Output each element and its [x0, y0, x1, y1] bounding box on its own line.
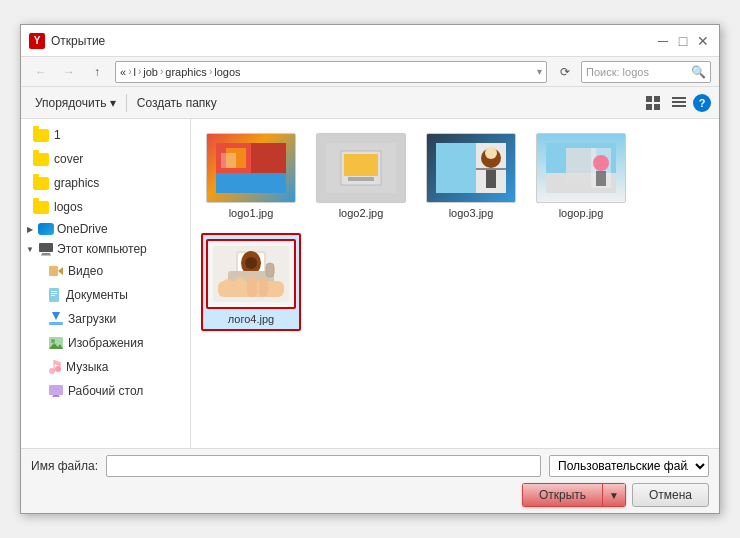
- new-folder-button[interactable]: Создать папку: [131, 94, 223, 112]
- footer-buttons: Открыть ▼ Отмена: [31, 483, 709, 507]
- forward-button[interactable]: →: [57, 60, 81, 84]
- svg-rect-36: [348, 177, 374, 181]
- svg-marker-17: [52, 312, 60, 320]
- sidebar-item-logos[interactable]: logos: [21, 195, 190, 219]
- minimize-button[interactable]: ─: [655, 33, 671, 49]
- organize-button[interactable]: Упорядочить ▾: [29, 94, 122, 112]
- sidebar-item-music[interactable]: Музыка: [21, 355, 190, 379]
- sidebar-item-downloads[interactable]: Загрузки: [21, 307, 190, 331]
- help-button[interactable]: ?: [693, 94, 711, 112]
- content-area: 1 cover graphics logos ▶ OneDrive: [21, 119, 719, 448]
- sidebar-downloads-label: Загрузки: [68, 312, 116, 326]
- svg-rect-3: [654, 104, 660, 110]
- file-name: logop.jpg: [559, 207, 604, 219]
- file-item-logo4[interactable]: лого4.jpg: [201, 233, 301, 331]
- file-name: logo3.jpg: [449, 207, 494, 219]
- video-icon: [49, 265, 63, 277]
- sidebar-images-label: Изображения: [68, 336, 143, 350]
- downloads-icon: [49, 312, 63, 326]
- up-button[interactable]: ↑: [85, 60, 109, 84]
- logo3-thumbnail: [436, 143, 506, 193]
- sidebar-docs-label: Документы: [66, 288, 128, 302]
- logo1-thumbnail: [216, 143, 286, 193]
- window-controls: ─ □ ✕: [655, 33, 711, 49]
- sidebar-label: 1: [54, 128, 61, 142]
- sidebar: 1 cover graphics logos ▶ OneDrive: [21, 119, 191, 448]
- view-mode-button[interactable]: [641, 91, 665, 115]
- breadcrumb-dropdown-icon[interactable]: ▾: [537, 66, 542, 77]
- refresh-button[interactable]: ⟳: [553, 60, 577, 84]
- search-box[interactable]: Поиск: logos 🔍: [581, 61, 711, 83]
- svg-rect-10: [49, 266, 58, 276]
- maximize-button[interactable]: □: [675, 33, 691, 49]
- breadcrumb[interactable]: « › l › job › graphics › logos ▾: [115, 61, 547, 83]
- window-title: Открытие: [51, 34, 655, 48]
- chevron-right-icon: ▶: [25, 225, 35, 234]
- svg-point-40: [485, 147, 497, 159]
- back-button[interactable]: ←: [29, 60, 53, 84]
- sidebar-thispc-group[interactable]: ▼ Этот компьютер: [21, 239, 190, 259]
- folder-icon: [33, 153, 49, 166]
- svg-rect-60: [247, 276, 257, 297]
- svg-point-54: [245, 257, 257, 269]
- open-button[interactable]: Открыть: [522, 483, 602, 507]
- svg-rect-32: [221, 153, 236, 168]
- filename-input[interactable]: [106, 455, 541, 477]
- svg-rect-9: [41, 255, 51, 256]
- sidebar-onedrive-group[interactable]: ▶ OneDrive: [21, 219, 190, 239]
- sidebar-item-graphics[interactable]: graphics: [21, 171, 190, 195]
- sidebar-item-desktop[interactable]: Рабочий стол: [21, 379, 190, 403]
- sidebar-item-video[interactable]: Видео: [21, 259, 190, 283]
- cancel-button[interactable]: Отмена: [632, 483, 709, 507]
- view-list-icon: [672, 96, 686, 110]
- breadcrumb-l: l: [133, 66, 135, 78]
- sidebar-item-images[interactable]: Изображения: [21, 331, 190, 355]
- svg-rect-35: [344, 154, 378, 176]
- sidebar-item-1[interactable]: 1: [21, 123, 190, 147]
- svg-rect-14: [51, 293, 57, 294]
- file-item-logo3[interactable]: logo3.jpg: [421, 129, 521, 223]
- open-dropdown-button[interactable]: ▼: [602, 483, 626, 507]
- filetype-dropdown[interactable]: Пользовательские файлы Все файлы Изображ…: [549, 455, 709, 477]
- sidebar-item-documents[interactable]: Документы: [21, 283, 190, 307]
- folder-icon: [33, 177, 49, 190]
- svg-rect-6: [672, 105, 686, 107]
- svg-rect-25: [49, 385, 63, 395]
- logo4-thumbnail: [208, 241, 294, 307]
- svg-rect-4: [672, 97, 686, 99]
- search-icon[interactable]: 🔍: [691, 65, 706, 79]
- svg-rect-30: [216, 173, 286, 193]
- main-panel: logo1.jpg logo2.jpg: [191, 119, 719, 448]
- svg-rect-27: [52, 397, 60, 398]
- search-placeholder: Поиск: logos: [586, 66, 691, 78]
- chevron-down-icon: ▼: [25, 245, 35, 254]
- onedrive-icon: [38, 223, 54, 235]
- sidebar-thispc-label: Этот компьютер: [57, 242, 147, 256]
- svg-rect-13: [51, 291, 57, 292]
- view-controls: ?: [641, 91, 711, 115]
- file-item-logo2[interactable]: logo2.jpg: [311, 129, 411, 223]
- file-thumbnail: [316, 133, 406, 203]
- svg-rect-7: [39, 243, 53, 252]
- music-icon: [49, 360, 61, 374]
- sidebar-onedrive-label: OneDrive: [57, 222, 108, 236]
- file-thumbnail: [206, 239, 296, 309]
- view-details-button[interactable]: [667, 91, 691, 115]
- svg-rect-56: [266, 263, 274, 277]
- close-button[interactable]: ✕: [695, 33, 711, 49]
- folder-icon: [33, 201, 49, 214]
- sidebar-item-cover[interactable]: cover: [21, 147, 190, 171]
- file-item-logo1[interactable]: logo1.jpg: [201, 129, 301, 223]
- app-icon: Y: [29, 33, 45, 49]
- divider: [126, 94, 127, 112]
- svg-rect-15: [51, 295, 55, 296]
- svg-rect-42: [476, 168, 506, 170]
- file-grid: logo1.jpg logo2.jpg: [201, 129, 709, 331]
- svg-rect-5: [672, 101, 686, 103]
- breadcrumb-job: job: [143, 66, 158, 78]
- svg-rect-59: [235, 277, 245, 297]
- svg-point-47: [593, 155, 609, 171]
- breadcrumb-item: «: [120, 66, 126, 78]
- svg-rect-23: [54, 360, 55, 371]
- file-item-logop[interactable]: logop.jpg: [531, 129, 631, 223]
